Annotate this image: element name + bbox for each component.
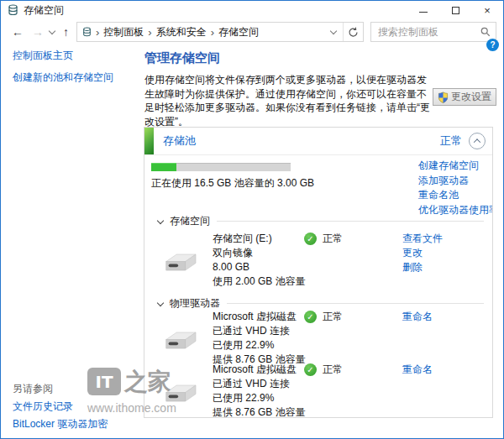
status-label: 正常 (323, 232, 343, 246)
chevron-down-icon (157, 299, 164, 306)
window-controls: × (407, 1, 503, 19)
drive-connection: 已通过 VHD 连接 (213, 324, 306, 338)
add-drives-link[interactable]: 添加驱动器 (418, 174, 493, 189)
entry-links: 查看文件 更改 删除 (402, 232, 443, 274)
pool-header: 存储池 正常 (144, 128, 492, 155)
pool-status: 正常 (440, 133, 462, 149)
storage-pool-icon (8, 4, 18, 17)
ithome-url: www.ithome.com (87, 401, 176, 415)
ithome-logo: IT (87, 368, 121, 395)
chevron-down-icon (329, 28, 336, 34)
ithome-logo-suffix: 之家 (124, 368, 171, 395)
back-button[interactable]: ← (8, 25, 28, 39)
status-badge: ✓ 正常 (304, 310, 343, 324)
sidebar-item-control-panel-home[interactable]: 控制面板主页 (13, 49, 73, 63)
pool-task-links: 创建存储空间 添加驱动器 重命名池 优化驱动器使用率 (418, 159, 493, 217)
minimize-button[interactable] (407, 1, 439, 19)
page-title: 管理存储空间 (144, 50, 220, 66)
storage-space-entry: 存储空间 (E:) 双向镜像 8.00 GB 使用 2.00 GB 池容量 ✓ … (144, 232, 492, 294)
refresh-button[interactable] (343, 23, 363, 41)
sidebar-item-file-history[interactable]: 文件历史记录 (13, 400, 73, 414)
status-badge: ✓ 正常 (304, 232, 343, 246)
check-icon: ✓ (304, 311, 317, 323)
section-label: 物理驱动器 (170, 296, 220, 311)
address-dropdown-button[interactable] (326, 23, 343, 41)
section-divider (227, 303, 484, 304)
storage-space-size: 8.00 GB (213, 260, 306, 274)
address-bar[interactable]: › 控制面板 › 系统和安全 › 存储空间 (76, 22, 364, 42)
status-label: 正常 (323, 363, 343, 377)
view-files-link[interactable]: 查看文件 (402, 232, 443, 246)
drive-capacity: 提供 8.76 GB 池容量 (213, 405, 306, 418)
navigation-bar: ← → ↑ › 控制面板 › 系统和安全 › 存储空间 (1, 19, 503, 44)
page-description: 使用存储空间将文件保存到两个或更多驱动器，以便在驱动器发生故障时为你提供保护。通… (144, 73, 431, 128)
drive-details: Microsoft 虚拟磁盘 已通过 VHD 连接 已使用 22.9% 提供 8… (213, 310, 306, 367)
storage-space-layout: 双向镜像 (213, 246, 306, 260)
help-button[interactable]: ? (486, 39, 499, 51)
drive-icon (163, 252, 197, 274)
storage-pool-icon (82, 27, 92, 38)
close-button[interactable]: × (471, 1, 503, 19)
breadcrumb-system-security[interactable]: 系统和安全 (156, 25, 207, 39)
physical-drive-entry: Microsoft 虚拟磁盘 已通过 VHD 连接 已使用 22.9% 提供 8… (144, 363, 492, 416)
pool-usage-fill (151, 163, 176, 171)
storage-space-details: 存储空间 (E:) 双向镜像 8.00 GB 使用 2.00 GB 池容量 (213, 232, 306, 289)
see-also-heading: 另请参阅 (13, 382, 53, 396)
pool-usage-text: 正在使用 16.5 GB 池容量的 3.00 GB (151, 176, 314, 191)
titlebar: 存储空间 × (1, 1, 503, 19)
sidebar-item-create-pool[interactable]: 创建新的池和存储空间 (13, 71, 113, 85)
rename-pool-link[interactable]: 重命名池 (418, 188, 493, 203)
collapse-button[interactable] (469, 133, 486, 149)
entry-links: 重命名 (402, 310, 433, 324)
section-physical-drives[interactable]: 物理驱动器 (158, 296, 484, 311)
address-bar-controls (326, 23, 363, 41)
status-label: 正常 (323, 310, 343, 324)
section-divider (217, 221, 484, 222)
uac-shield-icon (438, 91, 449, 103)
chevron-up-icon (474, 138, 480, 145)
check-icon: ✓ (304, 233, 317, 245)
breadcrumb-control-panel[interactable]: 控制面板 (103, 25, 144, 39)
pool-usage-bar (151, 163, 291, 171)
physical-drive-entry: Microsoft 虚拟磁盘 已通过 VHD 连接 已使用 22.9% 提供 8… (144, 310, 492, 363)
drive-name: Microsoft 虚拟磁盘 (213, 310, 306, 324)
window-title: 存储空间 (24, 3, 64, 18)
pool-title: 存储池 (163, 133, 196, 149)
forward-button: → (28, 25, 48, 39)
maximize-icon (452, 7, 459, 14)
search-box[interactable]: 搜索控制面板 (370, 22, 496, 42)
status-badge: ✓ 正常 (304, 363, 343, 377)
sidebar-item-bitlocker[interactable]: BitLocker 驱动器加密 (13, 417, 108, 431)
breadcrumb-storage-spaces[interactable]: 存储空间 (218, 25, 259, 39)
section-storage-spaces[interactable]: 存储空间 (158, 214, 484, 228)
storage-space-used: 使用 2.00 GB 池容量 (213, 274, 306, 289)
breadcrumb-separator: › (92, 26, 103, 39)
check-icon: ✓ (304, 363, 317, 376)
delete-link[interactable]: 删除 (402, 260, 443, 274)
rename-link[interactable]: 重命名 (402, 363, 433, 377)
drive-used-percent: 已使用 22.9% (213, 391, 306, 405)
pool-health-stripe (144, 128, 154, 154)
maximize-button[interactable] (439, 1, 471, 19)
breadcrumb-separator: › (144, 26, 155, 39)
drive-connection: 已通过 VHD 连接 (213, 377, 306, 391)
entry-links: 重命名 (402, 363, 433, 377)
change-link[interactable]: 更改 (402, 246, 443, 260)
search-icon (480, 27, 491, 37)
drive-details: Microsoft 虚拟磁盘 已通过 VHD 连接 已使用 22.9% 提供 8… (213, 363, 306, 418)
storage-space-name: 存储空间 (E:) (213, 232, 306, 246)
minimize-icon (419, 12, 428, 13)
recent-pages-chevron-icon[interactable] (49, 28, 55, 34)
breadcrumb-separator: › (207, 26, 218, 39)
drive-name: Microsoft 虚拟磁盘 (213, 363, 306, 377)
storage-spaces-window: 存储空间 × ← → ↑ › 控制面板 › 系统和安全 › 存储空间 (0, 0, 504, 439)
rename-link[interactable]: 重命名 (402, 310, 433, 324)
change-settings-button[interactable]: 更改设置 (433, 88, 496, 106)
drive-used-percent: 已使用 22.9% (213, 338, 306, 353)
search-placeholder: 搜索控制面板 (378, 25, 480, 39)
create-storage-space-link[interactable]: 创建存储空间 (418, 159, 493, 174)
storage-pool-panel: 存储池 正常 正在使用 16.5 GB 池容量的 3.00 GB 创建存储空间 … (144, 127, 493, 418)
drive-icon (163, 330, 197, 352)
refresh-icon (348, 27, 359, 38)
up-button[interactable]: ↑ (59, 25, 73, 39)
